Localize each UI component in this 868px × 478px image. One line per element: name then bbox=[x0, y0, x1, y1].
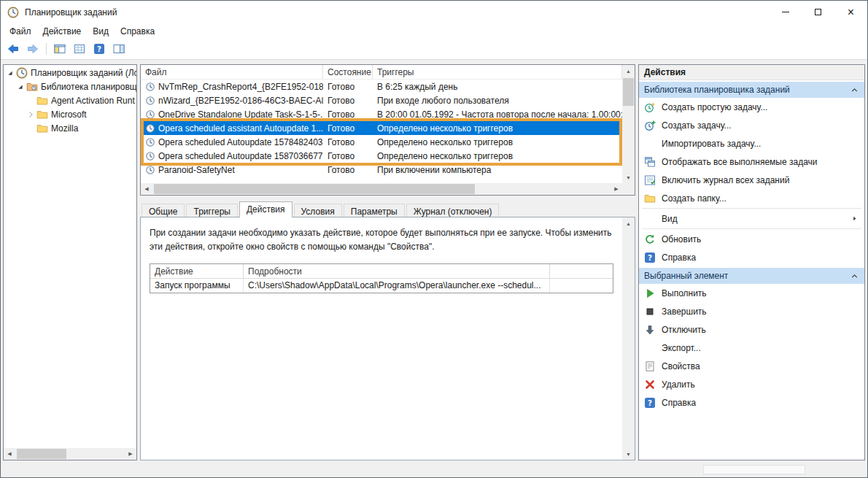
scrollbar-thumb[interactable] bbox=[623, 78, 634, 106]
tab[interactable]: Триггеры bbox=[186, 204, 238, 217]
task-row[interactable]: Opera scheduled assistant Autoupdate 1..… bbox=[141, 121, 622, 135]
window-title: Планировщик заданий bbox=[25, 7, 769, 18]
scrollbar-track[interactable] bbox=[622, 77, 635, 171]
tab[interactable]: Журнал (отключен) bbox=[406, 204, 500, 217]
action-item[interactable]: Обновить bbox=[639, 230, 864, 248]
action-item[interactable]: Создать задачу... bbox=[639, 116, 864, 134]
action-item[interactable]: Экспорт... bbox=[639, 339, 864, 357]
scroll-up-icon[interactable]: ▲ bbox=[622, 217, 635, 229]
actions-tab-description: При создании задачи необходимо указать д… bbox=[150, 226, 614, 253]
close-button[interactable]: × bbox=[834, 1, 867, 23]
tree-item[interactable]: Планировщик заданий (Лок bbox=[4, 66, 136, 80]
help-button[interactable]: ? bbox=[90, 40, 109, 58]
menu-item[interactable]: Действие bbox=[37, 25, 88, 38]
action-row[interactable]: Запуск программыC:\Users\Shadow\AppData\… bbox=[150, 279, 613, 293]
tab[interactable]: Общие bbox=[142, 204, 185, 217]
task-row[interactable]: Opera scheduled Autoupdate 1587036677Гот… bbox=[141, 149, 622, 163]
task-row[interactable]: Opera scheduled Autoupdate 1578482403Гот… bbox=[141, 135, 622, 149]
svg-text:?: ? bbox=[97, 45, 101, 53]
show-hide-tree-icon bbox=[54, 43, 66, 55]
scroll-up-icon[interactable]: ▲ bbox=[622, 65, 635, 77]
back-arrow-icon bbox=[7, 43, 19, 55]
scrollbar-thumb[interactable] bbox=[154, 184, 475, 194]
tree-expanded-icon[interactable] bbox=[6, 69, 15, 77]
action-item[interactable]: Выполнить bbox=[639, 284, 864, 302]
scrollbar-track[interactable] bbox=[15, 448, 125, 460]
action-item[interactable]: Создать папку... bbox=[639, 189, 864, 207]
svg-text:?: ? bbox=[648, 398, 652, 407]
scrollbar-track[interactable] bbox=[622, 229, 635, 448]
scroll-right-icon[interactable]: ▶ bbox=[611, 183, 622, 195]
collapse-chevron-icon[interactable] bbox=[850, 271, 859, 281]
tree-horizontal-scrollbar[interactable]: ◀ ▶ bbox=[4, 448, 136, 460]
task-name-cell: Opera scheduled Autoupdate 1578482403 bbox=[141, 135, 323, 149]
action-item[interactable]: Импортировать задачу... bbox=[639, 134, 864, 153]
export-list-icon bbox=[74, 43, 85, 55]
action-section-header[interactable]: Выбранный элемент bbox=[639, 268, 864, 284]
tree-item[interactable]: Agent Activation Runt bbox=[4, 93, 136, 107]
actions-pane: Действия Библиотека планировщика заданий… bbox=[638, 64, 865, 460]
task-row[interactable]: NvTmRep_CrashReport4_{B2FE1952-0186...Го… bbox=[141, 80, 622, 93]
help-icon: ? bbox=[644, 252, 656, 263]
action-item[interactable]: Включить журнал всех заданий bbox=[639, 171, 864, 189]
action-section-header[interactable]: Библиотека планировщика заданий bbox=[639, 82, 864, 98]
scroll-left-icon[interactable]: ◀ bbox=[141, 183, 152, 195]
forward-arrow-icon bbox=[27, 43, 39, 55]
task-name-text: Opera scheduled Autoupdate 1578482403 bbox=[158, 137, 323, 147]
task-name-cell: NvTmRep_CrashReport4_{B2FE1952-0186... bbox=[141, 80, 323, 93]
forward-arrow-button[interactable] bbox=[23, 40, 42, 58]
menu-item[interactable]: Вид bbox=[87, 25, 115, 38]
action-item[interactable]: Удалить bbox=[639, 375, 864, 393]
scroll-down-icon[interactable]: ▼ bbox=[622, 171, 635, 183]
scrollbar-track[interactable] bbox=[152, 183, 611, 195]
action-item[interactable]: Свойства bbox=[639, 357, 864, 375]
task-row[interactable]: OneDrive Standalone Update Task-S-1-5-..… bbox=[141, 107, 622, 121]
task-row[interactable]: Paranoid-SafetyNetГотовоПри включении ко… bbox=[141, 163, 622, 177]
scroll-right-icon[interactable]: ▶ bbox=[125, 448, 136, 460]
show-hide-tree-button[interactable] bbox=[50, 40, 69, 58]
tab-active[interactable]: Действия bbox=[239, 201, 292, 217]
action-item[interactable]: Отключить bbox=[639, 320, 864, 339]
resize-grip bbox=[703, 465, 805, 474]
action-item[interactable]: Завершить bbox=[639, 302, 864, 320]
tab[interactable]: Параметры bbox=[344, 204, 405, 217]
back-arrow-button[interactable] bbox=[4, 40, 23, 58]
task-list-horizontal-scrollbar[interactable]: ◀ ▶ bbox=[141, 183, 622, 195]
export-list-button[interactable] bbox=[70, 40, 89, 58]
task-icon bbox=[145, 96, 155, 106]
icon-slot bbox=[644, 138, 656, 150]
task-name-text: Opera scheduled Autoupdate 1587036677 bbox=[158, 151, 323, 161]
tree-item[interactable]: Microsoft bbox=[4, 107, 136, 121]
action-item[interactable]: Отображать все выполняемые задачи bbox=[639, 153, 864, 171]
tree-item[interactable]: Mozilla bbox=[4, 121, 136, 135]
tree-item[interactable]: Библиотека планировщ bbox=[4, 80, 136, 93]
details-vertical-scrollbar[interactable]: ▲ ▼ bbox=[622, 217, 635, 460]
tab[interactable]: Условия bbox=[294, 204, 342, 217]
menu-item[interactable]: Файл bbox=[4, 25, 37, 38]
scrollbar-thumb[interactable] bbox=[17, 449, 66, 459]
task-list-vertical-scrollbar[interactable]: ▲ ▼ bbox=[622, 65, 635, 183]
menu-item[interactable]: Справка bbox=[115, 25, 160, 38]
tree-collapsed-icon[interactable] bbox=[26, 110, 35, 119]
column-header[interactable]: Состояние bbox=[323, 65, 373, 79]
column-header[interactable]: Файл bbox=[141, 65, 323, 79]
column-header[interactable]: Подробности bbox=[244, 264, 550, 278]
maximize-button[interactable] bbox=[802, 1, 834, 23]
tree-item-label: Библиотека планировщ bbox=[41, 82, 136, 92]
task-name-text: OneDrive Standalone Update Task-S-1-5-..… bbox=[158, 109, 323, 120]
column-header[interactable]: Триггеры bbox=[373, 65, 622, 79]
action-item[interactable]: Вид bbox=[639, 209, 864, 228]
scroll-left-icon[interactable]: ◀ bbox=[4, 448, 15, 460]
column-header[interactable]: Действие bbox=[150, 264, 244, 278]
tree-expanded-icon[interactable] bbox=[16, 82, 25, 91]
show-hide-action-pane-button[interactable] bbox=[109, 40, 128, 58]
task-row[interactable]: nWizard_{B2FE1952-0186-46C3-BAEC-A8...Го… bbox=[141, 93, 622, 107]
display-running-tasks-icon bbox=[644, 156, 656, 168]
action-item[interactable]: ?Справка bbox=[639, 248, 864, 266]
collapse-chevron-icon[interactable] bbox=[850, 85, 859, 95]
minimize-button[interactable] bbox=[769, 1, 802, 23]
separator bbox=[642, 228, 861, 229]
action-item[interactable]: Создать простую задачу... bbox=[639, 98, 864, 116]
scroll-down-icon[interactable]: ▼ bbox=[622, 448, 635, 460]
action-item[interactable]: ?Справка bbox=[639, 393, 864, 412]
